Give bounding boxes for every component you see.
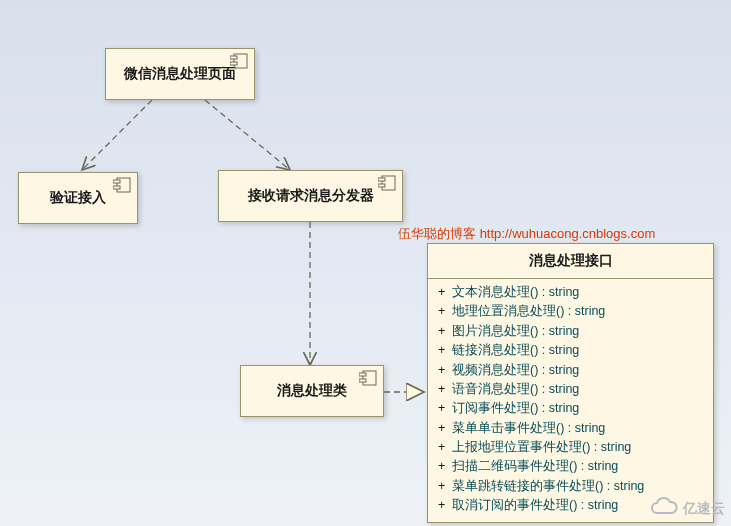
watermark-logo-text: 亿速云 (683, 500, 725, 518)
component-icon (359, 370, 377, 389)
method-row: +订阅事件处理() : string (438, 399, 703, 418)
method-row: +文本消息处理() : string (438, 283, 703, 302)
watermark-blog-url: http://wuhuacong.cnblogs.com (480, 226, 656, 241)
method-row: +上报地理位置事件处理() : string (438, 438, 703, 457)
component-dispatcher: 接收请求消息分发器 (218, 170, 403, 222)
watermark-blog: 伍华聪的博客 http://wuhuacong.cnblogs.com (398, 225, 655, 243)
svg-rect-2 (230, 62, 237, 65)
svg-rect-10 (359, 373, 366, 376)
watermark-logo: 亿速云 (649, 497, 725, 520)
component-icon (230, 53, 248, 72)
method-row: +链接消息处理() : string (438, 341, 703, 360)
method-row: +地理位置消息处理() : string (438, 302, 703, 321)
method-row: +语音消息处理() : string (438, 380, 703, 399)
dep-page-to-auth (82, 100, 152, 170)
component-label: 微信消息处理页面 (124, 65, 236, 83)
component-label: 消息处理类 (277, 382, 347, 400)
interface-title: 消息处理接口 (428, 244, 713, 279)
svg-rect-11 (359, 379, 366, 382)
component-wechat-page: 微信消息处理页面 (105, 48, 255, 100)
svg-rect-7 (378, 178, 385, 181)
svg-rect-5 (113, 186, 120, 189)
method-row: +菜单跳转链接的事件处理() : string (438, 477, 703, 496)
dep-page-to-dispatcher (205, 100, 290, 170)
component-auth: 验证接入 (18, 172, 138, 224)
method-row: +扫描二维码事件处理() : string (438, 457, 703, 476)
component-icon (378, 175, 396, 194)
interface-message-handler: 消息处理接口 +文本消息处理() : string+地理位置消息处理() : s… (427, 243, 714, 523)
method-row: +视频消息处理() : string (438, 361, 703, 380)
component-icon (113, 177, 131, 196)
watermark-blog-label: 伍华聪的博客 (398, 226, 476, 241)
component-handler: 消息处理类 (240, 365, 384, 417)
interface-methods: +文本消息处理() : string+地理位置消息处理() : string+图… (428, 279, 713, 522)
method-row: +菜单单击事件处理() : string (438, 419, 703, 438)
svg-rect-4 (113, 180, 120, 183)
svg-rect-8 (378, 184, 385, 187)
cloud-icon (649, 497, 679, 520)
component-label: 验证接入 (50, 189, 106, 207)
component-label: 接收请求消息分发器 (248, 187, 374, 205)
svg-rect-1 (230, 56, 237, 59)
method-row: +图片消息处理() : string (438, 322, 703, 341)
